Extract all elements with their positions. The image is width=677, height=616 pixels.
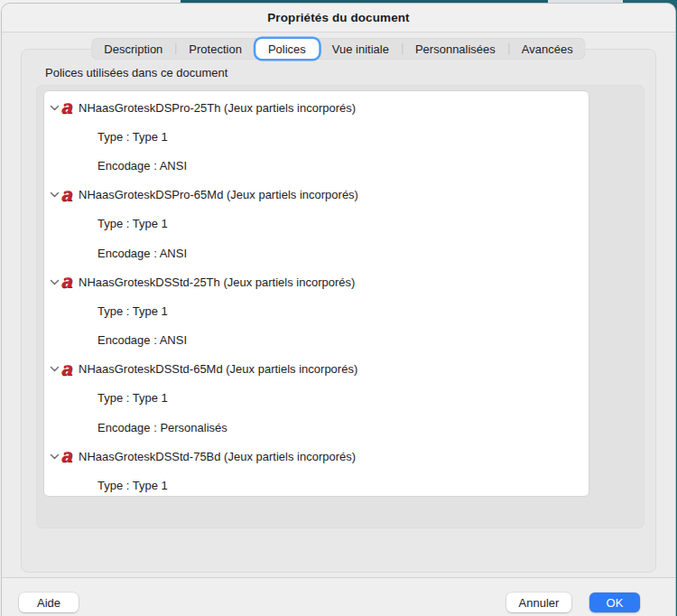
font-tree-item[interactable]: aNHaasGroteskDSStd-75Bd (Jeux partiels i… [44,442,589,471]
title-bar: Propriétés du document [2,4,675,33]
font-detail-row: Type : Type 1 [44,122,589,151]
font-detail-row: Type : Type 1 [44,296,589,325]
font-list-well: aNHaasGroteskDSPro-25Th (Jeux partiels i… [36,85,645,528]
dialog-title: Propriétés du document [267,11,409,24]
tab-bar: DescriptionProtectionPolicesVue initiale… [91,38,585,60]
font-detail-row: Type : Type 1 [44,471,589,497]
font-detail-row: Encodage : Personalisés [44,413,589,442]
font-detail-row: Encodage : ANSI [44,238,589,267]
fonts-used-heading: Polices utilisées dans ce document [45,66,227,79]
type1-font-icon: a [60,360,79,377]
font-tree-item[interactable]: aNHaasGroteskDSPro-25Th (Jeux partiels i… [44,93,589,122]
font-tree-item[interactable]: aNHaasGroteskDSStd-65Md (Jeux partiels i… [44,355,589,384]
chevron-down-icon[interactable] [48,105,60,111]
chevron-down-icon[interactable] [48,279,60,285]
tab-avancées[interactable]: Avancées [509,38,586,60]
document-properties-dialog: Propriétés du document DescriptionProtec… [1,3,676,616]
font-name: NHaasGroteskDSStd-65Md (Jeux partiels in… [79,362,357,376]
font-tree-item[interactable]: aNHaasGroteskDSPro-65Md (Jeux partiels i… [44,181,589,210]
font-name: NHaasGroteskDSPro-25Th (Jeux partiels in… [79,101,356,115]
font-tree-item[interactable]: aNHaasGroteskDSStd-25Th (Jeux partiels i… [44,267,589,296]
tab-personnalisées[interactable]: Personnalisées [403,38,508,60]
font-detail-row: Encodage : ANSI [44,326,589,355]
font-name: NHaasGroteskDSStd-75Bd (Jeux partiels in… [79,450,356,463]
font-list[interactable]: aNHaasGroteskDSPro-25Th (Jeux partiels i… [43,90,589,497]
footer-bar: Aide Annuler OK [2,578,675,616]
type1-font-icon: a [60,447,79,463]
type1-font-icon: a [60,273,79,289]
font-detail-row: Type : Type 1 [44,384,589,413]
ok-button[interactable]: OK [589,593,640,612]
font-name: NHaasGroteskDSStd-25Th (Jeux partiels in… [79,275,355,289]
font-name: NHaasGroteskDSPro-65Md (Jeux partiels in… [79,188,358,201]
type1-font-icon: a [60,98,79,115]
tab-protection[interactable]: Protection [176,38,255,60]
help-button[interactable]: Aide [19,593,79,612]
chevron-down-icon[interactable] [48,191,60,198]
tab-description[interactable]: Description [91,38,175,60]
font-detail-row: Type : Type 1 [44,210,589,238]
font-detail-row: Encodage : ANSI [44,151,589,180]
tab-vue-initiale[interactable]: Vue initiale [320,38,402,60]
tab-polices[interactable]: Polices [255,39,319,59]
polices-tab-panel: Polices utilisées dans ce document aNHaa… [21,49,656,573]
chevron-down-icon[interactable] [48,453,60,460]
chevron-down-icon[interactable] [48,366,60,372]
cancel-button[interactable]: Annuler [506,593,571,612]
type1-font-icon: a [60,186,79,202]
